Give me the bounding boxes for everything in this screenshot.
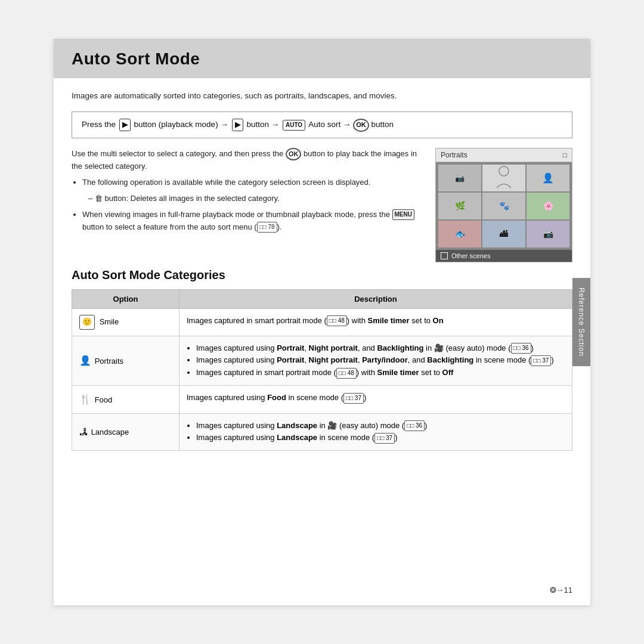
playback-btn-1[interactable]: ▶ [119, 119, 131, 131]
bullet-1: The following operation is available whi… [82, 177, 423, 205]
page-title: Auto Sort Mode [72, 49, 572, 69]
preview-cell-9: 📷 [527, 221, 569, 247]
bullet-2: When viewing images in full-frame playba… [82, 209, 423, 234]
instruction-mid2: button → [246, 120, 281, 129]
landscape-label: Landscape [91, 428, 129, 436]
portraits-label: Portraits [95, 357, 123, 366]
landscape-bullet-1: Images captured using Landscape in 🎥 (ea… [196, 420, 565, 432]
preview-bottom-label: Other scenes [451, 252, 490, 259]
preview-cell-3: 👤 [527, 165, 569, 191]
food-label: Food [95, 395, 113, 404]
page-num-value: 11 [564, 586, 572, 595]
desc-smile: Images captured in smart portrait mode (… [179, 308, 572, 336]
menu-icon: MENU [392, 209, 414, 220]
playback-btn-2[interactable]: ▶ [232, 119, 243, 131]
instruction-box: Press the ▶ button (playback mode) → ▶ b… [72, 112, 572, 138]
landscape-icon: 🏞 [79, 427, 88, 436]
preview-cell-6: 🌸 [527, 193, 569, 219]
table-row-landscape: 🏞 Landscape Images captured using Landsc… [72, 413, 572, 451]
table-row-smile: 🙂 Smile Images captured in smart portrai… [72, 308, 572, 336]
intro-text: Images are automatically sorted into cat… [72, 90, 572, 102]
preview-cell-5: 🐾 [482, 193, 525, 219]
table-row-food: 🍴 Food Images captured using Food in sce… [72, 386, 572, 414]
desc-portraits: Images captured using Portrait, Night po… [179, 336, 572, 385]
body-intro: Use the multi selector to select a categ… [72, 148, 423, 173]
desc-landscape: Images captured using Landscape in 🎥 (ea… [179, 413, 572, 451]
bullet-list: The following operation is available whi… [82, 177, 423, 233]
person-icon: 👤 [79, 355, 91, 366]
food-icon: 🍴 [79, 394, 91, 404]
reference-sidebar: Reference Section [572, 278, 590, 366]
preview-cell-1: 📷 [438, 165, 481, 191]
preview-cell-7: 🐟 [438, 221, 481, 247]
instruction-prefix: Press the [82, 120, 118, 129]
categories-table: Option Description 🙂 Smile Images captur… [72, 289, 572, 451]
preview-label: Portraits [441, 151, 467, 159]
preview-grid: 📷 👤 🌿 🐾 🌸 🐟 🏙 📷 [436, 162, 572, 250]
smile-icon: 🙂 [79, 315, 95, 330]
preview-cell-8: 🏙 [482, 221, 525, 247]
ok-inline: OK [286, 148, 302, 161]
instruction-suffix: button [371, 120, 394, 129]
auto-icon: AUTO [283, 120, 305, 131]
left-text-block: Use the multi selector to select a categ… [72, 148, 423, 262]
ref-48a: □□ 48 [327, 315, 347, 326]
table-header-desc: Description [179, 289, 572, 308]
preview-checkbox [441, 252, 448, 259]
ref-78: □□ 78 [257, 222, 277, 233]
page-icon: ❂→ [550, 586, 564, 595]
portraits-bullet-2: Images captured using Portrait, Night po… [196, 354, 565, 367]
instruction-mid3: Auto sort → [308, 120, 353, 129]
desc-food: Images captured using Food in scene mode… [179, 386, 572, 414]
option-food: 🍴 Food [72, 386, 179, 414]
option-smile: 🙂 Smile [72, 308, 179, 336]
reference-label: Reference Section [577, 287, 586, 357]
landscape-bullet-2: Images captured using Landscape in scene… [196, 432, 565, 444]
section-title: Auto Sort Mode Categories [72, 268, 572, 282]
option-portraits: 👤 Portraits [72, 336, 179, 385]
preview-cell-2 [482, 165, 525, 191]
preview-title-bar: Portraits □ [436, 148, 572, 162]
ok-btn[interactable]: OK [353, 119, 369, 132]
trash-icon: 🗑 [95, 194, 103, 203]
sub-bullet-list: 🗑 button: Deletes all images in the sele… [88, 193, 423, 205]
smile-label: Smile [100, 317, 119, 326]
table-row-portraits: 👤 Portraits Images captured using Portra… [72, 336, 572, 385]
preview-bottom: Other scenes [436, 250, 572, 262]
svg-point-0 [499, 166, 509, 176]
table-header-option: Option [72, 289, 179, 308]
portraits-bullet-3: Images captured in smart portrait mode (… [196, 367, 565, 379]
instruction-mid1: button (playback mode) → [134, 120, 231, 129]
sub-bullet-1: 🗑 button: Deletes all images in the sele… [88, 193, 423, 205]
main-section: Use the multi selector to select a categ… [72, 148, 572, 262]
preview-icon: □ [563, 151, 567, 159]
preview-cell-4: 🌿 [438, 193, 481, 219]
camera-preview: Portraits □ 📷 👤 🌿 🐾 [435, 148, 572, 262]
page-number: ❂→11 [550, 586, 572, 595]
portraits-bullet-1: Images captured using Portrait, Night po… [196, 342, 565, 355]
title-bar: Auto Sort Mode [54, 39, 590, 78]
option-landscape: 🏞 Landscape [72, 413, 179, 451]
